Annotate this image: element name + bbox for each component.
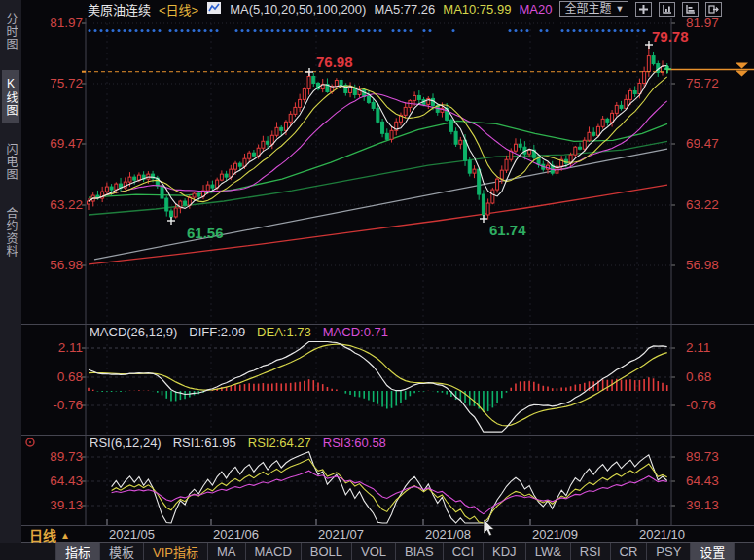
ma-params-label: MA(5,10,20,50,100,200) [230, 2, 366, 17]
trading-app-window: 分时图K线图闪电图合约资料 美原油连续 <日线> MA(5,10,20,50,1… [0, 0, 754, 560]
ma5-value: MA5:77.26 [374, 2, 435, 17]
ma20-value: MA20 [519, 2, 552, 17]
toolbar-item-7[interactable]: VOL [351, 542, 395, 560]
toolbar-item-3[interactable]: VIP指标 [143, 542, 207, 560]
rsi-params-label: RSI(6,12,24) [90, 436, 162, 450]
period-selector[interactable]: 日线 ▲ [29, 525, 70, 544]
theme-dropdown-label: 全部主题 [564, 2, 611, 16]
kline-window-icon [207, 2, 221, 17]
period-label: 日线 [29, 525, 56, 544]
left-sidebar: 分时图K线图闪电图合约资料 [0, 0, 21, 560]
toolbar-item-12[interactable]: RSI [570, 542, 610, 560]
macd-dea-value: DEA:1.73 [257, 325, 311, 339]
macd-diff-value: DIFF:2.09 [189, 325, 245, 339]
toolbar-item-11[interactable]: LW& [525, 542, 570, 560]
scale-horizontal-button[interactable] [682, 2, 699, 17]
macd-header: MACD(26,12,9) DIFF:2.09 DEA:1.73 MACD:0.… [90, 325, 388, 339]
chevron-down-icon: ▼ [615, 2, 624, 16]
sidebar-tab-1[interactable]: 分时图 [2, 6, 19, 57]
toolbar-item-8[interactable]: BIAS [395, 542, 443, 560]
pop-out-button[interactable] [705, 2, 722, 17]
sidebar-tab-3[interactable]: 闪电图 [2, 136, 19, 188]
rsi3-value: RSI3:60.58 [323, 436, 386, 450]
top-header: 美原油连续 <日线> MA(5,10,20,50,100,200) MA5:77… [21, 0, 754, 18]
scale-vertical-button[interactable] [659, 2, 675, 17]
toolbar-item-6[interactable]: BOLL [301, 542, 351, 560]
triangle-up-icon: ▲ [60, 530, 70, 541]
toolbar-item-1[interactable]: 指标 [55, 542, 99, 560]
theme-dropdown[interactable]: 全部主题 ▼ [559, 1, 628, 17]
rsi2-value: RSI2:64.27 [248, 436, 311, 450]
rsi-header: RSI(6,12,24) RSI1:61.95 RSI2:64.27 RSI3:… [90, 436, 386, 450]
indicator-toolbar: 指标模板VIP指标MAMACDBOLLVOLBIASCCIKDJLW&RSICR… [0, 542, 754, 560]
ma10-value: MA10:75.99 [443, 2, 511, 17]
toolbar-item-15[interactable]: 设置 [690, 542, 735, 560]
toolbar-item-14[interactable]: PSY [646, 542, 690, 560]
toolbar-item-2[interactable]: 模板 [99, 542, 143, 560]
toolbar-item-10[interactable]: KDJ [483, 542, 525, 560]
macd-macd-value: MACD:0.71 [323, 325, 388, 339]
sidebar-tab-2[interactable]: K线图 [2, 70, 19, 123]
toolbar-item-13[interactable]: CR [610, 542, 647, 560]
crosshair-button[interactable] [635, 2, 652, 17]
macd-params-label: MACD(26,12,9) [90, 325, 177, 339]
rsi1-value: RSI1:61.95 [173, 436, 236, 450]
toolbar-item-4[interactable]: MA [207, 542, 245, 560]
sidebar-tab-4[interactable]: 合约资料 [2, 200, 19, 264]
toolbar-item-9[interactable]: CCI [443, 542, 483, 560]
toolbar-item-5[interactable]: MACD [245, 542, 301, 560]
period-tag: <日线> [159, 0, 198, 18]
instrument-title: 美原油连续 [88, 0, 151, 18]
